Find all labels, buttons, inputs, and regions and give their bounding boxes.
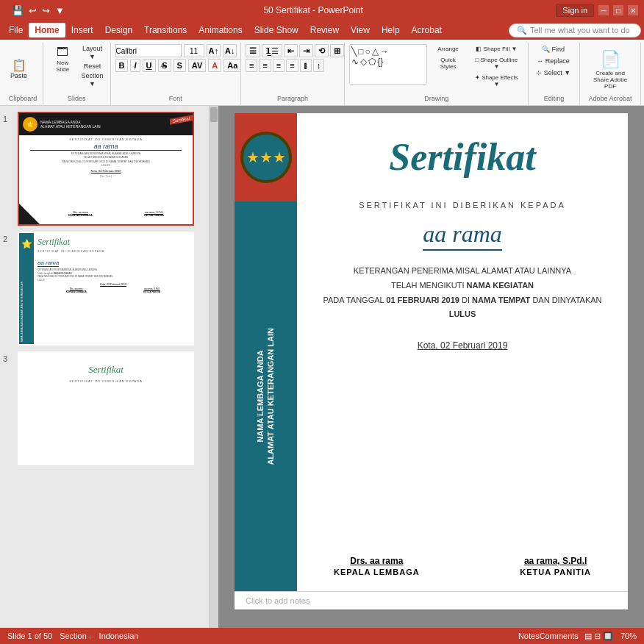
diamond-shape-icon[interactable]: ◇	[360, 57, 367, 67]
menu-review[interactable]: Review	[304, 23, 345, 37]
rect-shape-icon[interactable]: □	[358, 46, 363, 57]
main-area: 1 ⭐ NAMA LEMBAGA ANDAALAMAT ATAU KETERAN…	[0, 106, 644, 628]
menu-home[interactable]: Home	[29, 23, 65, 37]
slide-image-1[interactable]: ⭐ NAMA LEMBAGA ANDAALAMAT ATAU KETERANGA…	[18, 112, 194, 226]
arrange-button[interactable]: Arrange	[430, 44, 467, 54]
increase-font-button[interactable]: A↑	[207, 44, 221, 57]
slide-image-3[interactable]: Sertifikat SERTIFIKAT INI DIBERIKAN KEPA…	[18, 351, 194, 465]
shape-effects-button[interactable]: ✦ Shape Effects ▼	[470, 73, 524, 89]
redo-button[interactable]: ↪	[40, 4, 51, 18]
slide-panel[interactable]: 1 ⭐ NAMA LEMBAGA ANDAALAMAT ATAU KETERAN…	[0, 106, 210, 628]
menu-help[interactable]: Help	[376, 23, 406, 37]
reset-button[interactable]: Reset	[79, 62, 106, 71]
paste-icon: 📋	[12, 60, 26, 71]
slide-thumb-1[interactable]: 1 ⭐ NAMA LEMBAGA ANDAALAMAT ATAU KETERAN…	[3, 112, 206, 226]
menu-view[interactable]: View	[345, 23, 376, 37]
font-color-button[interactable]: A	[208, 59, 221, 72]
paste-label: Paste	[10, 72, 27, 79]
italic-button[interactable]: I	[130, 59, 140, 72]
slide-panel-scrollbar[interactable]	[210, 106, 218, 628]
triangle-shape-icon[interactable]: △	[372, 46, 379, 57]
scrollbar-thumb[interactable]	[210, 107, 218, 122]
menu-file[interactable]: File	[3, 23, 29, 37]
notes-area[interactable]: Click to add notes	[235, 591, 628, 609]
minimize-button[interactable]: ─	[598, 5, 609, 15]
curve-shape-icon[interactable]: ∿	[351, 57, 359, 67]
shadow-button[interactable]: S	[173, 59, 186, 72]
undo-button[interactable]: ↩	[27, 4, 38, 18]
view-controls: ▤ ⊟ 🔲	[584, 632, 613, 641]
editing-group: 🔍 Find ↔ Replace ⊹ Select ▼ Editing	[529, 43, 580, 105]
increase-indent-button[interactable]: ⇥	[299, 44, 313, 57]
quick-styles-button[interactable]: Quick Styles	[430, 55, 467, 71]
menu-acrobat[interactable]: Acrobat	[406, 23, 448, 37]
arrow-shape-icon[interactable]: →	[380, 46, 389, 57]
menu-animations[interactable]: Animations	[193, 23, 248, 37]
close-button[interactable]: ✕	[628, 5, 638, 15]
bracket-shape-icon[interactable]: {}	[377, 57, 383, 67]
font-name-input[interactable]	[115, 44, 182, 57]
notes-placeholder: Click to add notes	[246, 596, 310, 605]
sign-in-button[interactable]: Sign in	[556, 4, 594, 17]
comments-button[interactable]: Comments	[540, 632, 579, 640]
restore-button[interactable]: □	[613, 5, 623, 15]
char-spacing-button[interactable]: AV	[188, 59, 206, 72]
tell-me-bar[interactable]: 🔍 Tell me what you want to do	[509, 24, 641, 37]
window-controls[interactable]: Sign in ─ □ ✕	[556, 4, 638, 17]
columns-button[interactable]: ⫿	[300, 59, 312, 72]
strikethrough-button[interactable]: S̶	[158, 59, 171, 72]
align-left-button[interactable]: ≡	[246, 59, 257, 72]
menu-slideshow[interactable]: Slide Show	[248, 23, 304, 37]
pdf-icon: 📄	[601, 50, 620, 69]
replace-button[interactable]: ↔ Replace	[533, 56, 573, 66]
circle-shape-icon[interactable]: ○	[365, 46, 370, 57]
new-slide-button[interactable]: 🗔 New Slide	[48, 44, 78, 88]
cert-date-bold: 01 FEBRUARI 2019	[386, 296, 459, 304]
cert-info-line1: KETERANGAN PENERIMA MISAL ALAMAT ATAU LA…	[323, 264, 602, 279]
text-case-button[interactable]: Aa	[223, 59, 241, 72]
create-share-pdf-button[interactable]: 📄 Create and Share Adobe PDF	[584, 49, 636, 91]
bold-button[interactable]: B	[115, 59, 129, 72]
menu-design[interactable]: Design	[99, 23, 138, 37]
notes-button[interactable]: Notes	[518, 632, 540, 640]
shape-fill-button[interactable]: ◧ Shape Fill ▼	[470, 44, 524, 54]
pentagon-shape-icon[interactable]: ⬠	[368, 57, 376, 67]
decrease-font-button[interactable]: A↓	[223, 44, 237, 57]
cert-sidebar-teal: NAMA LEMBAGA ANDA ALAMAT ATAU KETERANGAN…	[235, 201, 297, 591]
layout-button[interactable]: Layout ▼	[79, 44, 106, 61]
menu-insert[interactable]: Insert	[65, 23, 99, 37]
cert-content: Sertifikat SERTIFIKAT INI DIBERIKAN KEPA…	[297, 113, 628, 591]
quick-access-toolbar[interactable]: 💾 ↩ ↪ ▼	[6, 4, 71, 18]
bullets-button[interactable]: ☰	[246, 44, 260, 57]
numbering-button[interactable]: 1̲☰	[262, 44, 282, 57]
paste-button[interactable]: 📋 Paste	[7, 58, 30, 81]
slide-image-2[interactable]: ⭐ NAMA LEMBAGA ANDA ALAMAT ATAU KETERANG…	[18, 232, 194, 346]
customize-button[interactable]: ▼	[54, 4, 66, 18]
language-indicator: Indonesian	[99, 632, 139, 640]
cert-stars: ★★★	[246, 149, 286, 166]
align-center-button[interactable]: ≡	[259, 59, 271, 72]
menu-transitions[interactable]: Transitions	[138, 23, 193, 37]
underline-button[interactable]: U	[143, 59, 156, 72]
slide-thumb-2[interactable]: 2 ⭐ NAMA LEMBAGA ANDA ALAMAT ATAU KETERA…	[3, 232, 206, 346]
line-shape-icon[interactable]: ╲	[351, 46, 357, 57]
justify-button[interactable]: ≡	[286, 59, 298, 72]
cert-place: NAMA TEMPAT	[472, 296, 530, 304]
shape-outline-button[interactable]: □ Shape Outline ▼	[470, 55, 524, 71]
find-button[interactable]: 🔍 Find	[533, 44, 573, 54]
section-button[interactable]: Section ▼	[79, 71, 106, 88]
text-direction-button[interactable]: ⟲	[315, 44, 329, 57]
decrease-indent-button[interactable]: ⇤	[284, 44, 298, 57]
align-right-button[interactable]: ≡	[273, 59, 285, 72]
convert-to-smartart[interactable]: ⊞	[330, 44, 344, 57]
select-button[interactable]: ⊹ Select ▼	[533, 68, 573, 78]
save-button[interactable]: 💾	[10, 4, 25, 18]
main-slide-area: ★★★ NAMA LEMBAGA ANDA ALAMAT ATAU KETERA…	[218, 106, 644, 628]
cert-sig1-name: Drs. aa rama	[334, 556, 420, 566]
slide-thumb-3[interactable]: 3 Sertifikat SERTIFIKAT INI DIBERIKAN KE…	[3, 351, 206, 465]
cert-info-line3: PADA TANGGAL 01 FEBRUARI 2019 DI NAMA TE…	[323, 293, 602, 308]
line-spacing-button[interactable]: ↕	[313, 59, 325, 72]
font-size-input[interactable]	[184, 44, 204, 57]
cert-recipient: aa rama	[423, 221, 502, 251]
cert-star-circle: ★★★	[240, 132, 292, 183]
